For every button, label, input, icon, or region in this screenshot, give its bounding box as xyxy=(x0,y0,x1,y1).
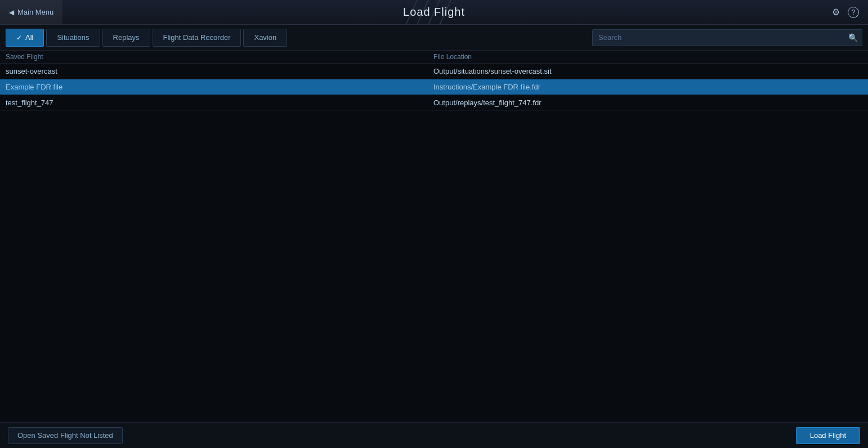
check-icon: ✓ xyxy=(16,34,22,42)
flight-path: Output/replays/test_flight_747.fdr xyxy=(433,98,862,107)
page-title: Load Flight xyxy=(403,6,465,19)
main-menu-label: Main Menu xyxy=(17,8,53,16)
search-input[interactable] xyxy=(592,29,862,46)
table-header: Saved Flight File Location xyxy=(0,51,868,64)
table-row[interactable]: Example FDR file Instructions/Example FD… xyxy=(0,79,868,95)
table-row[interactable]: sunset-overcast Output/situations/sunset… xyxy=(0,64,868,79)
top-bar: ◀ Main Menu Load Flight ⚙ ? xyxy=(0,0,868,25)
open-not-listed-button[interactable]: Open Saved Flight Not Listed xyxy=(8,427,123,444)
flight-name: Example FDR file xyxy=(6,83,433,91)
tab-xavion[interactable]: Xavion xyxy=(243,29,287,47)
tab-replays[interactable]: Replays xyxy=(102,29,150,47)
tab-fdr[interactable]: Flight Data Recorder xyxy=(153,29,241,47)
tab-xavion-label: Xavion xyxy=(254,33,276,42)
tab-replays-label: Replays xyxy=(113,33,140,42)
table-row[interactable]: test_flight_747 Output/replays/test_flig… xyxy=(0,95,868,111)
flight-path: Output/situations/sunset-overcast.sit xyxy=(433,67,862,75)
top-right-icons: ⚙ ? xyxy=(832,7,859,18)
search-icon[interactable]: 🔍 xyxy=(848,33,858,42)
flight-name: sunset-overcast xyxy=(6,67,433,75)
col-header-file-location: File Location xyxy=(433,53,862,61)
load-flight-button[interactable]: Load Flight xyxy=(796,427,860,444)
search-container: 🔍 xyxy=(592,29,862,46)
tab-situations-label: Situations xyxy=(57,33,89,42)
flight-name: test_flight_747 xyxy=(6,98,433,107)
bottom-bar: Open Saved Flight Not Listed Load Flight xyxy=(0,422,868,448)
flight-list: sunset-overcast Output/situations/sunset… xyxy=(0,64,868,420)
chevron-left-icon: ◀ xyxy=(9,8,14,16)
tab-all-label: All xyxy=(25,33,33,42)
main-menu-button[interactable]: ◀ Main Menu xyxy=(0,0,62,24)
settings-icon[interactable]: ⚙ xyxy=(832,7,840,17)
help-icon[interactable]: ? xyxy=(848,7,859,18)
tab-situations[interactable]: Situations xyxy=(46,29,100,47)
tab-fdr-label: Flight Data Recorder xyxy=(163,33,231,42)
filter-row: ✓ All Situations Replays Flight Data Rec… xyxy=(0,25,868,51)
col-header-saved-flight: Saved Flight xyxy=(6,53,433,61)
tab-all[interactable]: ✓ All xyxy=(6,29,44,47)
flight-path: Instructions/Example FDR file.fdr xyxy=(433,83,862,91)
